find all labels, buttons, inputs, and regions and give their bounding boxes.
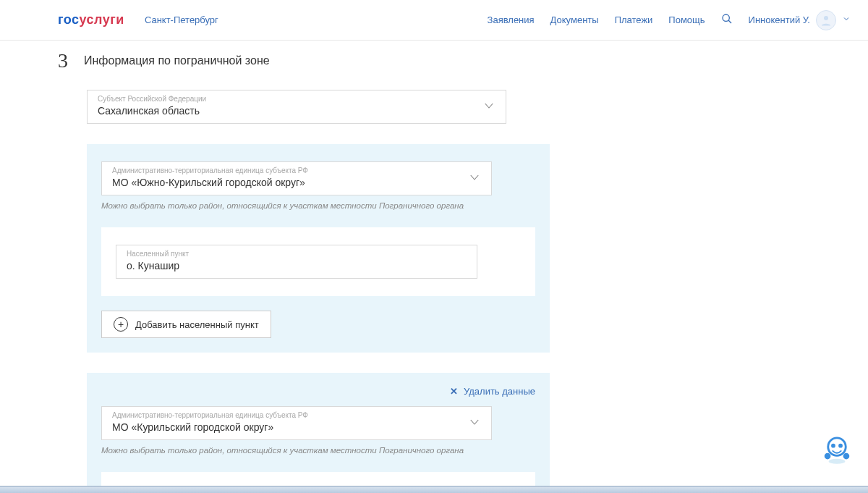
- city-link[interactable]: Санкт-Петербург: [145, 14, 218, 25]
- user-menu[interactable]: Иннокентий У.: [749, 10, 851, 30]
- svg-point-9: [843, 453, 850, 460]
- nav-payments[interactable]: Платежи: [615, 14, 653, 25]
- add-settlement-label: Добавить населенный пункт: [135, 319, 259, 330]
- svg-point-0: [723, 14, 729, 21]
- settlement-label: Населенный пункт: [127, 250, 467, 258]
- svg-line-1: [728, 20, 731, 23]
- territory-block-2: ✕ Удалить данные Административно-террито…: [87, 373, 550, 493]
- user-name: Иннокентий У.: [749, 14, 810, 25]
- svg-point-3: [829, 459, 846, 464]
- search-icon[interactable]: [721, 13, 733, 27]
- adm-unit-select-2[interactable]: Административно-территориальная единица …: [101, 406, 492, 440]
- svg-point-5: [829, 439, 845, 455]
- nav-help[interactable]: Помощь: [668, 14, 705, 25]
- adm-unit-select-1[interactable]: Административно-территориальная единица …: [101, 161, 492, 195]
- chevron-down-icon: [842, 14, 851, 25]
- territory-block-1: Административно-территориальная единица …: [87, 144, 550, 353]
- close-icon: ✕: [450, 386, 458, 397]
- chevron-down-icon: [468, 171, 481, 187]
- subject-label: Субъект Российской Федерации: [98, 95, 495, 103]
- logo-part2: услуги: [80, 12, 124, 27]
- chevron-down-icon: [468, 416, 481, 431]
- settlement-panel-1: Населенный пункт о. Кунашир: [101, 227, 535, 296]
- main-nav: Заявления Документы Платежи Помощь Иннок…: [488, 10, 851, 30]
- adm-unit-value: МО «Южно-Курильский городской округ»: [112, 177, 305, 188]
- adm-unit-label: Административно-территориальная единица …: [112, 411, 481, 419]
- adm-unit-hint: Можно выбрать только район, относящийся …: [101, 446, 535, 455]
- logo-part1: гос: [58, 12, 80, 27]
- svg-point-7: [838, 444, 843, 448]
- logo[interactable]: госуслуги: [58, 12, 124, 28]
- adm-unit-value: МО «Курильский городской округ»: [112, 421, 273, 433]
- app-header: госуслуги Санкт-Петербург Заявления Доку…: [0, 0, 868, 41]
- delete-block-button[interactable]: ✕ Удалить данные: [450, 386, 535, 397]
- adm-unit-hint: Можно выбрать только район, относящийся …: [101, 201, 535, 210]
- plus-icon: +: [114, 317, 128, 332]
- svg-point-2: [824, 16, 828, 20]
- step-number: 3: [58, 49, 68, 72]
- os-taskbar[interactable]: [0, 486, 868, 493]
- chevron-down-icon: [482, 99, 495, 115]
- svg-point-6: [831, 444, 835, 448]
- subject-value: Сахалинская область: [98, 105, 200, 117]
- adm-unit-label: Административно-территориальная единица …: [112, 167, 481, 174]
- add-settlement-button[interactable]: + Добавить населенный пункт: [101, 311, 271, 338]
- nav-documents[interactable]: Документы: [550, 14, 599, 25]
- settlement-value: о. Кунашир: [127, 260, 179, 271]
- form-content: 3 Информация по пограничной зоне Субъект…: [0, 41, 550, 493]
- nav-applications[interactable]: Заявления: [488, 14, 535, 25]
- avatar-icon: [816, 10, 836, 30]
- subject-select[interactable]: Субъект Российской Федерации Сахалинская…: [87, 90, 506, 124]
- delete-block-label: Удалить данные: [464, 386, 535, 397]
- step-title: Информация по пограничной зоне: [84, 54, 270, 67]
- svg-point-8: [825, 453, 831, 460]
- help-assistant-button[interactable]: [820, 432, 854, 465]
- step-header: 3 Информация по пограничной зоне: [58, 49, 550, 72]
- settlement-input-1[interactable]: Населенный пункт о. Кунашир: [116, 245, 477, 279]
